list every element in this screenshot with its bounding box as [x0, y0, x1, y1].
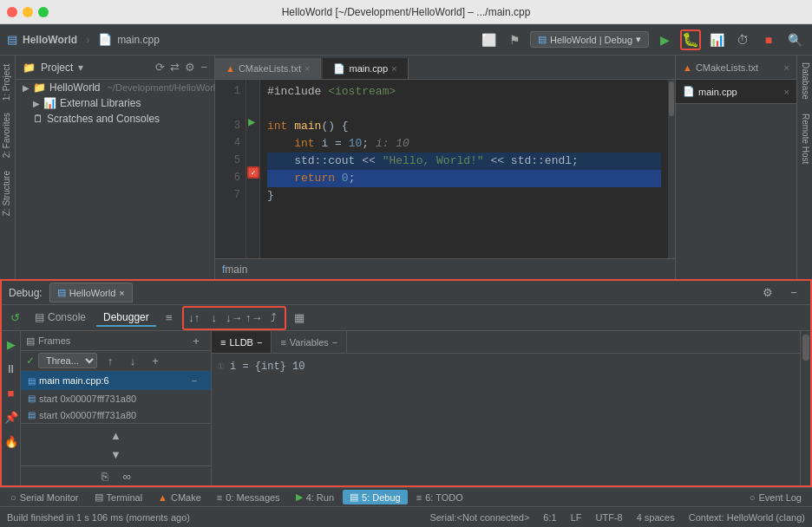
tree-item-helloworld[interactable]: ▶ 📁 HelloWorld ~/Development/HelloWorld [16, 80, 214, 95]
code-line-1: #include <iostream> [267, 83, 661, 101]
sidebar-tab-project[interactable]: 1: Project [0, 59, 15, 106]
line-ending[interactable]: LF [571, 512, 582, 523]
pin-btn[interactable]: 📌 [2, 407, 21, 426]
thread-add-btn[interactable]: + [146, 351, 165, 370]
thread-up-btn[interactable]: ↑ [101, 351, 120, 370]
bt-terminal[interactable]: ▤ Terminal [88, 490, 150, 504]
close-cmake-right[interactable]: × [784, 62, 789, 73]
code-content[interactable]: #include <iostream> int main() { int i =… [260, 80, 668, 258]
connection-status[interactable]: Serial:<Not connected> [429, 512, 529, 523]
layout-btn[interactable]: ≡ [160, 309, 179, 328]
stop-debug-btn[interactable]: ■ [2, 383, 21, 402]
debug-button[interactable]: 🐛 [680, 29, 701, 50]
ellipsis-btn[interactable]: ∞ [118, 466, 137, 485]
minimize-button[interactable] [23, 7, 33, 17]
debug-tab-helloworld[interactable]: ▤ HelloWorld × [49, 283, 133, 303]
maximize-button[interactable] [38, 7, 49, 17]
thread-select[interactable]: Threa... [38, 353, 97, 368]
close-main-right[interactable]: × [784, 87, 789, 97]
debug-label: Debug: [9, 287, 43, 299]
bt-event-log[interactable]: ○ Event Log [743, 491, 809, 504]
expand-button[interactable]: ⬜ [478, 29, 499, 50]
bt-todo[interactable]: ≡ 6: TODO [409, 491, 470, 504]
tab-main-cpp[interactable]: 📄 main.cpp × [323, 58, 408, 79]
scratches-icon: 🗒 [33, 113, 43, 125]
resume-btn[interactable]: ▶ [2, 335, 21, 354]
window-controls[interactable] [7, 7, 49, 17]
step-cursor-btn[interactable]: ↑→ [245, 309, 264, 328]
thread-down-btn[interactable]: ↓ [123, 351, 142, 370]
terminal-icon: ▤ [95, 491, 103, 503]
vars-tab-lldb[interactable]: ≡ LLDB − [212, 331, 272, 353]
debug-settings-btn[interactable]: ⚙ [758, 283, 777, 303]
step-out-btn[interactable]: ↓→ [225, 309, 244, 328]
editor-scrollbar[interactable] [668, 80, 675, 258]
settings-button[interactable]: ⚙ [185, 61, 195, 74]
coverage-button[interactable]: 📊 [706, 29, 727, 50]
context-info: Context: HelloWorld (clang) [689, 512, 805, 523]
bt-messages[interactable]: ≡ 0: Messages [210, 491, 287, 504]
tab-remote-host[interactable]: Remote Host [797, 107, 812, 171]
tree-item-external-libs[interactable]: ▶ 📊 External Libraries [16, 95, 214, 111]
sync-button[interactable]: ⟳ [155, 61, 165, 74]
pause-btn[interactable]: ⏸ [2, 359, 21, 378]
run-config[interactable]: ▤ HelloWorld | Debug ▾ [530, 31, 649, 48]
code-editor[interactable]: 1 2 3 4 5 6 7 ▶ ✓ #include < [215, 80, 675, 258]
step-into-btn[interactable]: ↓ [205, 309, 224, 328]
close-main-icon[interactable]: × [391, 63, 396, 74]
frame-item-start-2[interactable]: ▤ start 0x00007fff731a80 [21, 407, 211, 423]
tree-item-scratches[interactable]: 🗒 Scratches and Consoles [16, 111, 214, 127]
right-tab-cmake[interactable]: ▲ CMakeLists.txt × [676, 55, 796, 80]
debug-scrollbar-thumb[interactable] [802, 335, 809, 361]
debug-minimize-btn[interactable]: − [784, 283, 803, 303]
hide-button[interactable]: − [200, 61, 207, 74]
flame-btn[interactable]: 🔥 [2, 432, 21, 451]
code-line-4: int i = 10; i: 10 [267, 135, 661, 153]
dropdown-arrow[interactable]: ▾ [78, 62, 83, 74]
title-bar: HelloWorld [~/Development/HelloWorld] – … [0, 0, 812, 24]
cursor-position[interactable]: 6:1 [543, 512, 556, 523]
search-button[interactable]: 🔍 [784, 29, 805, 50]
profile-button[interactable]: ⏱ [732, 29, 753, 50]
restart-debug-btn[interactable]: ↺ [5, 309, 24, 328]
close-cmake-icon[interactable]: × [304, 63, 310, 74]
code-line-5: std::cout << "Hello, World!" << std::end… [267, 153, 661, 170]
evaluate-btn[interactable]: ⤴ [265, 309, 284, 328]
frame-item-main[interactable]: ▤ main main.cpp:6 − [21, 371, 211, 390]
collapse-button[interactable]: ⇄ [170, 61, 180, 74]
run-button[interactable]: ▶ [654, 29, 675, 50]
debug-console-tab[interactable]: ▤ Console [28, 309, 93, 327]
bt-run[interactable]: ▶ 4: Run [289, 490, 341, 504]
debug-panel: Debug: ▤ HelloWorld × ⚙ − ↺ ▤ Console De… [0, 279, 812, 487]
frames-add-btn[interactable]: + [187, 331, 206, 350]
frame-start2-icon: ▤ [28, 410, 36, 420]
bt-cmake[interactable]: ▲ CMake [151, 491, 208, 504]
bt-serial-monitor[interactable]: ○ Serial Monitor [3, 491, 86, 504]
vars-tab-variables[interactable]: ≡ Variables − [272, 331, 347, 353]
right-tab-maincpp[interactable]: 📄 main.cpp × [676, 80, 796, 104]
memory-btn[interactable]: ▦ [290, 309, 309, 328]
sidebar-tab-structure[interactable]: Z: Structure [0, 166, 15, 221]
encoding[interactable]: UTF-8 [596, 512, 623, 523]
frames-scroll-up[interactable]: ▲ [107, 426, 126, 445]
frame-item-start-1[interactable]: ▤ start 0x00007fff731a80 [21, 390, 211, 407]
tab-database[interactable]: Database [797, 55, 812, 107]
debug-scrollbar[interactable] [800, 331, 810, 485]
scrollbar-thumb[interactable] [669, 81, 674, 116]
sidebar-tab-favorites[interactable]: 2: Favorites [0, 107, 15, 163]
tab-cmake[interactable]: ▲ CMakeLists.txt × [215, 58, 321, 79]
editor-area: ▲ CMakeLists.txt × 📄 main.cpp × 1 2 [215, 55, 675, 279]
bookmark-button[interactable]: ⚑ [504, 29, 525, 50]
close-button[interactable] [7, 7, 17, 17]
debug-debugger-tab[interactable]: Debugger [96, 309, 156, 327]
file-icon: 📄 [98, 33, 112, 46]
copy-btn[interactable]: ⎘ [95, 466, 115, 485]
frames-scroll-dn[interactable]: ▼ [107, 445, 126, 464]
bt-debug[interactable]: ▤ 5: Debug [343, 490, 408, 504]
breakpoint-icon[interactable]: ✓ [247, 166, 259, 179]
indent-setting[interactable]: 4 spaces [637, 512, 675, 523]
frame-scroll-btn[interactable]: − [185, 371, 204, 390]
step-over-btn[interactable]: ↓↑ [185, 309, 204, 328]
folder-icon: 📁 [23, 62, 36, 74]
stop-button[interactable]: ■ [758, 29, 779, 50]
